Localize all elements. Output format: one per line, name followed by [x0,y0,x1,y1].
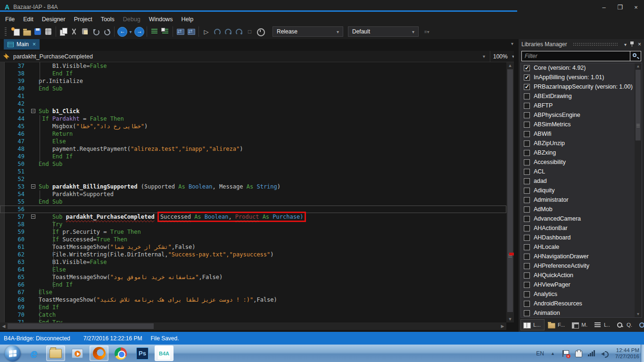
scroll-right-icon[interactable]: ▶ [499,322,506,330]
files-tab[interactable]: F... [545,319,568,330]
debug-resume-icon[interactable] [212,26,223,37]
menu-designer[interactable]: Designer [38,15,70,24]
action-center-flag-icon[interactable]: x [561,350,569,357]
scrollbar-thumb[interactable] [8,323,154,329]
library-checkbox[interactable] [524,169,530,175]
library-checkbox[interactable] [524,244,530,250]
new-file-icon[interactable] [10,26,21,37]
menu-tools[interactable]: Tools [97,15,119,24]
redo-icon[interactable] [101,26,112,37]
error-marker[interactable] [509,253,514,255]
library-checkbox[interactable] [524,225,530,231]
library-checkbox[interactable] [524,65,530,71]
scrollbar-thumb[interactable] [507,69,513,312]
library-checkbox[interactable] [524,206,530,213]
libraries-tab[interactable]: L... [520,319,545,330]
show-desktop-button[interactable] [641,345,644,362]
file-explorer-button[interactable] [46,346,65,361]
debug-step-over-icon[interactable] [233,26,244,37]
library-checkbox[interactable] [524,178,530,184]
chrome-button[interactable] [111,346,130,361]
library-checkbox[interactable] [524,122,530,128]
minimize-icon[interactable]: – [596,0,612,14]
run-configuration-dropdown[interactable]: Default ▾ [348,26,419,37]
undo-icon[interactable] [91,26,101,37]
media-player-button[interactable] [68,346,87,361]
navigate-forward-icon[interactable] [133,26,145,37]
library-checkbox[interactable] [524,216,530,222]
compile-timer-icon[interactable] [255,26,266,37]
pin-icon[interactable] [630,41,634,47]
library-checkbox[interactable] [524,150,530,156]
library-checkbox[interactable] [524,188,530,194]
member-selector[interactable]: pardakht_PurchaseCompleted [13,53,483,60]
toolbar-overflow-icon[interactable]: ≡▾ [424,29,429,34]
close-icon[interactable]: × [638,41,641,48]
library-checkbox[interactable] [524,282,530,288]
build-configuration-dropdown[interactable]: Release ▾ [272,26,343,37]
tab-list-chevron-icon[interactable]: ▾ [511,41,513,46]
scroll-up-icon[interactable]: ▲ [506,62,514,69]
open-project-icon[interactable] [21,26,32,37]
run-icon[interactable] [201,26,212,37]
library-checkbox[interactable] [524,310,530,316]
library-checkbox[interactable] [524,254,530,260]
menu-project[interactable]: Project [70,15,97,24]
comment-code-icon[interactable] [149,26,160,37]
tab-close-icon[interactable]: × [33,41,36,48]
menu-help[interactable]: Help [177,15,198,24]
libraries-scrollbar[interactable]: ▲ ▼ [635,63,642,317]
stop-icon[interactable] [244,26,255,37]
code-editor[interactable]: 37 B1.Visible=False38 End If39pr.Initial… [0,62,506,322]
editor-zoom-dropdown[interactable]: 100% ▾ [490,51,517,62]
fold-collapse-icon[interactable]: − [31,109,35,113]
library-checkbox[interactable] [524,93,530,99]
filter-input[interactable] [521,51,630,61]
export-zip-icon[interactable] [43,26,54,37]
library-checkbox[interactable] [524,112,530,118]
library-checkbox[interactable] [524,301,530,307]
uncomment-code-icon[interactable] [160,26,171,37]
copy-icon[interactable] [58,26,69,37]
navigate-back-icon[interactable] [116,26,128,37]
library-checkbox[interactable] [524,131,530,137]
firefox-button[interactable] [90,346,108,361]
editor-vertical-scrollbar[interactable]: ▲ ▼ [506,62,514,322]
debug-step-into-icon[interactable] [223,26,233,37]
library-checkbox[interactable] [524,235,530,241]
show-hidden-icons-icon[interactable]: ▲ [551,351,555,356]
scroll-down-icon[interactable]: ▼ [635,311,642,317]
fold-collapse-icon[interactable]: − [31,184,35,189]
library-checkbox[interactable] [524,263,530,269]
menu-file[interactable]: File [1,15,19,24]
fold-collapse-icon[interactable]: − [31,214,35,219]
library-checkbox[interactable] [524,291,530,297]
scrollbar-thumb[interactable] [636,70,641,140]
scroll-up-icon[interactable]: ▲ [635,63,642,69]
editor-horizontal-scrollbar[interactable]: ◀ ▶ [0,322,506,330]
b4a-button[interactable]: B4A [155,346,173,361]
panel-splitter[interactable] [514,39,519,332]
scroll-down-icon[interactable]: ▼ [506,316,514,322]
language-indicator[interactable]: EN [536,350,544,357]
logs-tab[interactable]: L.. [592,319,613,330]
library-checkbox[interactable] [524,84,530,90]
find-references-tab[interactable]: F... [636,319,644,330]
modules-tab[interactable]: M. [569,319,591,330]
menu-windows[interactable]: Windows [145,15,177,24]
library-checkbox[interactable] [524,74,530,81]
installer-icon[interactable] [575,350,582,357]
cut-icon[interactable] [69,26,80,37]
filter-search-button[interactable] [630,51,641,61]
library-checkbox[interactable] [524,140,530,147]
library-checkbox[interactable] [524,272,530,279]
quick-search-tab[interactable]: Q. [614,319,636,330]
photoshop-button[interactable]: Ps [133,346,152,361]
network-signal-icon[interactable] [588,350,595,357]
panel-menu-chevron-icon[interactable]: ▾ [624,42,627,47]
volume-icon[interactable] [601,350,609,357]
tab-main[interactable]: Main × [4,39,40,49]
save-icon[interactable] [32,26,43,37]
paste-icon[interactable] [80,26,91,37]
designer-scripts-icon[interactable] [175,26,186,37]
